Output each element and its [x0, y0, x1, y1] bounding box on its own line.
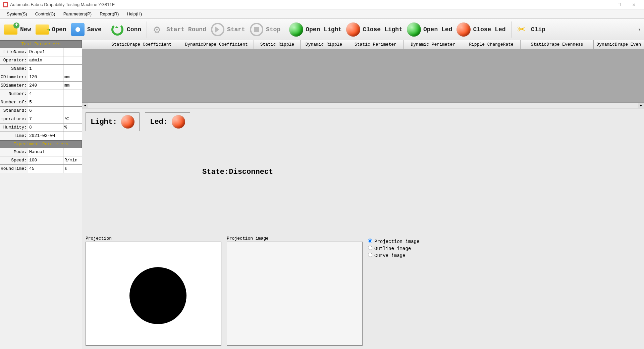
cdiameter-unit: mm — [63, 73, 82, 81]
col-static-drape-evenness[interactable]: StaticDrape Evenness — [521, 40, 594, 49]
light-status-box: Light: — [86, 112, 140, 131]
open-button[interactable]: ➜ Open — [34, 21, 66, 38]
speed-label: Speed: — [0, 156, 28, 164]
image-mode-radios: Projection image Outline image Curve ima… — [368, 235, 419, 346]
save-button[interactable]: Save — [70, 21, 102, 38]
open-light-button[interactable]: Open Light — [288, 21, 342, 38]
close-button[interactable]: ✕ — [627, 0, 641, 9]
mode-label: Mode: — [0, 148, 28, 156]
roundtime-label: RoundTime: — [0, 165, 28, 173]
radio-projection-image[interactable]: Projection image — [368, 239, 419, 244]
conn-label: Conn — [127, 26, 141, 33]
results-body — [82, 49, 644, 102]
sdiameter-label: SDiameter: — [0, 82, 28, 90]
stop-button[interactable]: Stop — [249, 21, 280, 38]
menu-control[interactable]: Control(C) — [31, 10, 59, 18]
clip-button[interactable]: ✂ Clip — [514, 21, 545, 38]
start-round-button[interactable]: ⚙ Start Round — [149, 21, 206, 38]
speed-value[interactable]: 100 — [28, 156, 63, 164]
number-unit — [63, 90, 82, 98]
led-status-box: Led: — [145, 112, 190, 131]
radio-curve-input[interactable] — [368, 253, 372, 257]
row-roundtime: RoundTime:45s — [0, 165, 82, 173]
filename-value[interactable]: Drape1 — [28, 48, 63, 56]
col-dynamic-perimeter[interactable]: Dynamic Perimeter — [404, 40, 462, 49]
projection-image-panel: Projection image — [227, 235, 363, 346]
red-bulb-icon — [455, 21, 472, 38]
svg-rect-1 — [4, 3, 7, 6]
sdiameter-value[interactable]: 240 — [28, 82, 63, 90]
open-led-button[interactable]: Open Led — [406, 21, 452, 38]
temperature-value[interactable]: 7 — [28, 115, 63, 123]
menu-report[interactable]: Report(R) — [96, 10, 123, 18]
close-light-label: Close Light — [363, 26, 402, 33]
menu-system[interactable]: System(S) — [3, 10, 31, 18]
col-dynamic-drape-evenness[interactable]: DynamicDrape Even — [594, 40, 644, 49]
humidity-label: Humidity: — [0, 123, 28, 132]
humidity-value[interactable]: 8 — [28, 123, 63, 132]
save-label: Save — [87, 26, 102, 33]
standard-value[interactable]: 6 — [28, 107, 63, 115]
col-dynamic-ripple[interactable]: Dynamic Ripple — [301, 40, 347, 49]
scissor-icon: ✂ — [514, 21, 530, 38]
connection-state: State:Disconnect — [202, 168, 273, 176]
lower-panels: Projection Projection image Projection i… — [82, 235, 644, 349]
projection-title: Projection — [86, 235, 221, 242]
col-static-ripple[interactable]: Static Ripple — [254, 40, 301, 49]
menu-parameters[interactable]: Parameters(P) — [59, 10, 96, 18]
time-unit — [63, 132, 82, 140]
operator-unit — [63, 56, 82, 64]
toolbar: + New ➜ Open Save Conn ⚙ Start Round Sta… — [0, 19, 644, 40]
window-title: Automatic Fabric Drapability Testing Mac… — [10, 2, 597, 7]
sdiameter-unit: mm — [63, 82, 82, 90]
minimize-button[interactable]: — — [597, 0, 612, 9]
time-value[interactable]: 2021-02-04 — [28, 132, 63, 140]
radio-outline-image[interactable]: Outline image — [368, 246, 419, 251]
toolbar-overflow[interactable]: ▼ — [638, 28, 641, 31]
col-static-perimeter[interactable]: Static Perimeter — [347, 40, 404, 49]
roundtime-value[interactable]: 45 — [28, 165, 63, 173]
radio-projection-input[interactable] — [368, 239, 372, 243]
sname-value[interactable]: 1 — [28, 65, 63, 73]
temperature-label: mperature: — [0, 115, 28, 123]
col-static-drape-coef[interactable]: StaticDrape Coefficient — [104, 40, 179, 49]
radio-outline-input[interactable] — [368, 246, 372, 250]
numberof-value[interactable]: 5 — [28, 98, 63, 106]
content-area: StaticDrape Coefficient DynamicDrape Coe… — [82, 40, 644, 349]
cdiameter-label: CDiameter: — [0, 73, 28, 81]
conn-button[interactable]: Conn — [109, 21, 141, 38]
projection-circle — [129, 267, 186, 324]
col-ripple-change-rate[interactable]: Ripple ChangeRate — [462, 40, 521, 49]
maximize-button[interactable]: ☐ — [612, 0, 627, 9]
row-time: Time:2021-02-04 — [0, 132, 82, 140]
close-led-label: Close Led — [473, 26, 505, 33]
new-button[interactable]: + New — [3, 21, 31, 38]
mode-value[interactable]: Manual — [28, 148, 63, 156]
start-button[interactable]: Start — [210, 21, 245, 38]
menubar: System(S) Control(C) Parameters(P) Repor… — [0, 9, 644, 19]
radio-curve-image[interactable]: Curve image — [368, 253, 419, 258]
light-status-bulb-icon — [121, 115, 135, 129]
projection-image-title: Projection image — [227, 235, 363, 242]
cdiameter-value[interactable]: 120 — [28, 73, 63, 81]
close-light-button[interactable]: Close Light — [345, 21, 402, 38]
toolbar-separator — [511, 21, 512, 38]
operator-value[interactable]: admin — [28, 56, 63, 64]
close-led-button[interactable]: Close Led — [455, 21, 505, 38]
open-led-label: Open Led — [423, 26, 452, 33]
stop-label: Stop — [266, 26, 280, 33]
col-dynamic-drape-coef[interactable]: DynamicDrape Coefficient — [179, 40, 254, 49]
number-value[interactable]: 4 — [28, 90, 63, 98]
sidebar: Test Parameters FileName:Drape1 Operator… — [0, 40, 82, 349]
scroll-left-arrow[interactable]: ◄ — [82, 103, 88, 108]
test-parameters-header: Test Parameters — [0, 40, 82, 48]
toolbar-separator — [107, 21, 107, 38]
menu-help[interactable]: Help(H) — [123, 10, 146, 18]
save-disk-icon — [70, 21, 86, 38]
row-mode: Mode:Manual — [0, 148, 82, 156]
row-numberof: Number of:5 — [0, 98, 82, 107]
horizontal-scrollbar[interactable]: ◄ ► — [82, 102, 644, 108]
scroll-right-arrow[interactable]: ► — [638, 103, 644, 108]
radio-outline-label: Outline image — [374, 246, 411, 251]
clip-label: Clip — [531, 26, 545, 33]
